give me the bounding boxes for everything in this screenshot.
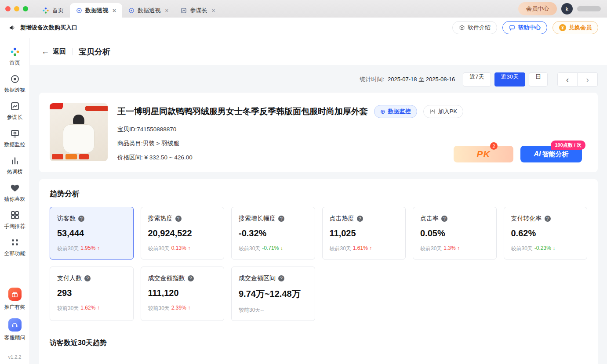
member-center-button[interactable]: 会员中心 xyxy=(518,2,557,15)
metric-delta-value: -0.23% ↓ xyxy=(534,245,555,252)
help-icon[interactable]: ? xyxy=(441,216,447,222)
tab-close-icon[interactable]: × xyxy=(165,7,168,14)
visitors-trend-heading: 访客数近30天趋势 xyxy=(50,339,587,348)
software-intro-button[interactable]: 软件介绍 xyxy=(452,21,497,34)
image-coat-figure xyxy=(63,124,95,153)
sidebar-item-label: 数据监控 xyxy=(4,141,25,148)
monitor-icon xyxy=(10,129,20,138)
page-title: 宝贝分析 xyxy=(79,47,110,57)
range-7d-button[interactable]: 近7天 xyxy=(463,72,491,86)
sidebar-item-strategist[interactable]: 参谋长 xyxy=(7,101,23,121)
metric-delta-label: 较前30天 xyxy=(57,305,79,312)
data-pivot-icon xyxy=(76,7,82,14)
redeem-member-button[interactable]: ¥ 兑换会员 xyxy=(552,21,598,34)
pk-button[interactable]: PK 2 xyxy=(454,146,513,162)
dots-grid-icon xyxy=(10,238,20,247)
window-minimize-button[interactable] xyxy=(14,6,19,11)
product-title: 王一博明星同款鸭鸭羽绒服男女士冬季反季韩版面包服时尚加厚外套 xyxy=(117,106,368,117)
versus-flags-icon xyxy=(429,108,436,115)
metric-value: 53,444 xyxy=(57,228,126,238)
metric-delta-label: 较前30天-- xyxy=(239,306,264,314)
metric-card-search-growth[interactable]: 搜索增长幅度? -0.32% 较前30天-0.71% ↓ xyxy=(231,207,315,259)
tab-data-pivot-2[interactable]: 数据透视 × xyxy=(122,3,174,18)
help-icon[interactable]: ? xyxy=(278,275,284,281)
metric-label: 支付转化率 xyxy=(511,215,542,223)
sidebar-item-all-features[interactable]: 全部功能 xyxy=(4,238,25,257)
window-close-button[interactable] xyxy=(5,6,11,11)
tab-data-pivot-1[interactable]: 数据透视 × xyxy=(70,3,122,18)
tab-bar: 首页 数据透视 × 数据透视 × 参谋长 × xyxy=(36,0,222,18)
bar-chart-icon xyxy=(10,156,20,166)
metric-delta-label: 较前30天 xyxy=(511,245,533,252)
announcement-text: 新增设备次数购买入口 xyxy=(20,24,77,32)
strategist-icon xyxy=(10,101,20,111)
metric-delta-label: 较前30天 xyxy=(57,245,79,252)
titlebar-right: 会员中心 k xyxy=(518,2,601,15)
metric-card-gmv-range[interactable]: 成交金额区间? 9.74万~12.48万 较前30天-- xyxy=(231,267,315,321)
ai-logo: AI xyxy=(534,150,541,158)
tab-close-icon[interactable]: × xyxy=(113,7,116,14)
prev-page-button[interactable]: ‹ xyxy=(557,72,578,86)
metric-delta-value: 1.3% ↑ xyxy=(443,245,460,252)
sidebar-item-support[interactable]: 客服顾问 xyxy=(4,318,25,342)
metric-delta-value: 0.13% ↑ xyxy=(171,245,190,252)
metric-card-pay-conversion[interactable]: 支付转化率? 0.62% 较前30天-0.23% ↓ xyxy=(504,207,588,259)
tab-home[interactable]: 首页 xyxy=(36,3,70,18)
sidebar-item-data-monitor[interactable]: 数据监控 xyxy=(4,129,25,148)
software-icon xyxy=(459,25,465,31)
sidebar-item-label: 推广有奖 xyxy=(4,303,25,311)
metric-value: 0.62% xyxy=(511,228,580,238)
sidebar-item-guess-you-like[interactable]: 猜你喜欢 xyxy=(4,183,25,203)
range-day-button[interactable]: 日 xyxy=(529,72,548,86)
product-card: 王一博明星同款鸭鸭羽绒服男女士冬季反季韩版面包服时尚加厚外套 ⊕ 数据监控 加入… xyxy=(39,93,598,172)
date-range-value: 2025-07-18 至 2025-08-16 xyxy=(388,76,455,83)
metric-card-click-heat[interactable]: 点击热度? 11,025 较前30天1.61% ↑ xyxy=(322,207,406,259)
pk-count-badge: 2 xyxy=(490,142,498,150)
image-price-chip xyxy=(65,154,77,159)
sidebar-item-label: 猜你喜欢 xyxy=(4,195,25,203)
help-icon[interactable]: ? xyxy=(175,216,182,222)
join-pk-label: 加入PK xyxy=(438,108,457,115)
help-icon[interactable]: ? xyxy=(84,275,91,281)
window-titlebar: 首页 数据透视 × 数据透视 × 参谋长 × 会员中心 k xyxy=(0,0,607,18)
ai-analysis-button[interactable]: AI 智能分析 100点数 / 次 xyxy=(520,146,582,162)
metric-card-visitors[interactable]: 访客数? 53,444 较前30天1.95% ↑ xyxy=(50,207,134,259)
sidebar-item-hot-words[interactable]: 热词榜 xyxy=(7,156,23,176)
sidebar-item-label: 客服顾问 xyxy=(4,334,25,342)
filter-row: 统计时间: 2025-07-18 至 2025-08-16 近7天 近30天 日… xyxy=(39,72,598,86)
metric-label: 搜索热度 xyxy=(148,215,173,223)
sidebar-item-shoutao-recommend[interactable]: 手淘推荐 xyxy=(4,210,25,230)
sidebar-item-data-pivot[interactable]: 数据透视 xyxy=(4,74,25,94)
help-center-label: 帮助中心 xyxy=(518,24,541,32)
window-zoom-button[interactable] xyxy=(23,6,28,11)
sidebar-item-home[interactable]: 首页 xyxy=(10,47,20,67)
help-center-button[interactable]: 帮助中心 xyxy=(502,21,547,34)
chat-bubble-icon xyxy=(509,25,515,31)
sidebar-item-promo-reward[interactable]: 推广有奖 xyxy=(4,288,25,311)
help-icon[interactable]: ? xyxy=(188,275,194,281)
sidebar-item-label: 热词榜 xyxy=(7,168,23,176)
metric-card-search-heat[interactable]: 搜索热度? 20,924,522 较前30天0.13% ↑ xyxy=(141,207,225,259)
metric-label: 支付人数 xyxy=(57,274,82,282)
tab-close-icon[interactable]: × xyxy=(211,7,215,14)
next-page-button[interactable]: › xyxy=(578,72,598,86)
metric-delta-label: 较前30天 xyxy=(148,305,170,312)
range-30d-button[interactable]: 近30天 xyxy=(494,72,525,86)
help-icon[interactable]: ? xyxy=(545,216,551,222)
help-icon[interactable]: ? xyxy=(278,216,284,222)
metric-delta-value: 1.95% ↑ xyxy=(80,245,99,252)
help-icon[interactable]: ? xyxy=(78,216,84,222)
metric-card-gmv-index[interactable]: 成交金额指数? 111,120 较前30天2.39% ↑ xyxy=(141,267,225,321)
help-icon[interactable]: ? xyxy=(357,216,363,222)
sidebar-item-label: 全部功能 xyxy=(4,250,25,257)
back-button[interactable]: ← 返回 xyxy=(41,47,66,56)
metric-card-click-rate[interactable]: 点击率? 0.05% 较前30天1.3% ↑ xyxy=(413,207,497,259)
tab-strategist[interactable]: 参谋长 × xyxy=(174,3,221,18)
headset-icon xyxy=(8,318,22,332)
avatar[interactable]: k xyxy=(561,3,573,14)
data-monitor-button[interactable]: ⊕ 数据监控 xyxy=(374,105,417,118)
back-arrow-icon: ← xyxy=(41,47,49,56)
notice-actions: 软件介绍 帮助中心 ¥ 兑换会员 xyxy=(452,21,598,34)
metric-card-pay-users[interactable]: 支付人数? 293 较前30天1.62% ↑ xyxy=(50,267,134,321)
join-pk-button[interactable]: 加入PK xyxy=(423,105,463,118)
